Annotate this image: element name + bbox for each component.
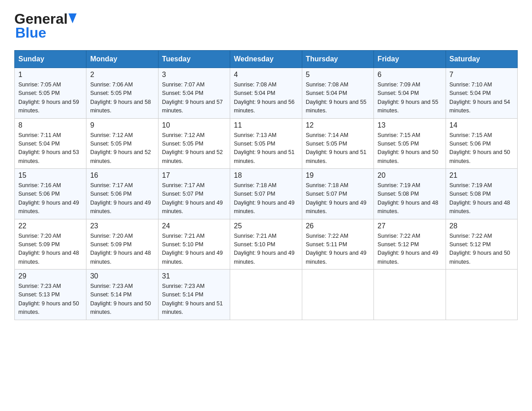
logo-blue: Blue [15, 25, 46, 41]
column-header-friday: Friday [374, 51, 446, 68]
day-info: Sunrise: 7:07 AMSunset: 5:04 PMDaylight:… [162, 81, 226, 116]
day-number: 4 [234, 71, 298, 79]
calendar-cell: 23Sunrise: 7:20 AMSunset: 5:09 PMDayligh… [86, 219, 158, 270]
day-info: Sunrise: 7:13 AMSunset: 5:05 PMDaylight:… [234, 131, 298, 166]
calendar-week-row: 29Sunrise: 7:23 AMSunset: 5:13 PMDayligh… [15, 270, 518, 320]
day-number: 25 [234, 222, 298, 230]
calendar-cell: 13Sunrise: 7:15 AMSunset: 5:05 PMDayligh… [374, 118, 446, 169]
day-number: 16 [90, 171, 154, 180]
day-info: Sunrise: 7:22 AMSunset: 5:12 PMDaylight:… [378, 232, 442, 267]
calendar-cell: 10Sunrise: 7:12 AMSunset: 5:05 PMDayligh… [158, 118, 230, 169]
day-number: 15 [18, 171, 82, 180]
day-number: 14 [450, 121, 514, 129]
calendar-cell: 11Sunrise: 7:13 AMSunset: 5:05 PMDayligh… [230, 118, 302, 169]
calendar-cell: 12Sunrise: 7:14 AMSunset: 5:05 PMDayligh… [302, 118, 373, 169]
calendar-cell: 5Sunrise: 7:08 AMSunset: 5:04 PMDaylight… [302, 68, 373, 119]
day-info: Sunrise: 7:23 AMSunset: 5:13 PMDaylight:… [18, 282, 82, 317]
column-header-monday: Monday [86, 51, 158, 68]
calendar-table: SundayMondayTuesdayWednesdayThursdayFrid… [14, 50, 518, 320]
calendar-cell: 28Sunrise: 7:22 AMSunset: 5:12 PMDayligh… [446, 219, 517, 270]
calendar-cell: 19Sunrise: 7:18 AMSunset: 5:07 PMDayligh… [302, 169, 373, 219]
day-info: Sunrise: 7:08 AMSunset: 5:04 PMDaylight:… [234, 81, 298, 116]
day-info: Sunrise: 7:17 AMSunset: 5:07 PMDaylight:… [162, 181, 226, 216]
day-number: 10 [162, 121, 226, 129]
day-number: 8 [18, 121, 82, 129]
column-header-thursday: Thursday [302, 51, 373, 68]
calendar-cell: 15Sunrise: 7:16 AMSunset: 5:06 PMDayligh… [15, 169, 86, 219]
column-header-tuesday: Tuesday [158, 51, 230, 68]
day-number: 19 [306, 171, 370, 180]
day-number: 3 [162, 71, 226, 79]
day-number: 13 [378, 121, 442, 129]
calendar-cell [374, 270, 446, 320]
day-info: Sunrise: 7:09 AMSunset: 5:04 PMDaylight:… [378, 81, 442, 116]
day-info: Sunrise: 7:18 AMSunset: 5:07 PMDaylight:… [234, 181, 298, 216]
column-header-wednesday: Wednesday [230, 51, 302, 68]
calendar-cell: 21Sunrise: 7:19 AMSunset: 5:08 PMDayligh… [446, 169, 517, 219]
day-number: 21 [450, 171, 514, 180]
day-info: Sunrise: 7:16 AMSunset: 5:06 PMDaylight:… [18, 181, 82, 216]
calendar-cell: 20Sunrise: 7:19 AMSunset: 5:08 PMDayligh… [374, 169, 446, 219]
day-info: Sunrise: 7:19 AMSunset: 5:08 PMDaylight:… [450, 181, 514, 216]
day-info: Sunrise: 7:23 AMSunset: 5:14 PMDaylight:… [162, 282, 226, 317]
day-info: Sunrise: 7:14 AMSunset: 5:05 PMDaylight:… [306, 131, 370, 166]
day-number: 28 [450, 222, 514, 230]
day-info: Sunrise: 7:22 AMSunset: 5:11 PMDaylight:… [306, 232, 370, 267]
day-info: Sunrise: 7:12 AMSunset: 5:05 PMDaylight:… [162, 131, 226, 166]
day-info: Sunrise: 7:23 AMSunset: 5:14 PMDaylight:… [90, 282, 154, 317]
calendar-cell: 18Sunrise: 7:18 AMSunset: 5:07 PMDayligh… [230, 169, 302, 219]
day-number: 23 [90, 222, 154, 230]
day-info: Sunrise: 7:21 AMSunset: 5:10 PMDaylight:… [234, 232, 298, 267]
day-info: Sunrise: 7:15 AMSunset: 5:05 PMDaylight:… [378, 131, 442, 166]
svg-marker-0 [69, 13, 77, 23]
calendar-cell [230, 270, 302, 320]
day-info: Sunrise: 7:20 AMSunset: 5:09 PMDaylight:… [90, 232, 154, 267]
day-info: Sunrise: 7:11 AMSunset: 5:04 PMDaylight:… [18, 131, 82, 166]
day-number: 17 [162, 171, 226, 180]
calendar-week-row: 1Sunrise: 7:05 AMSunset: 5:05 PMDaylight… [15, 68, 518, 119]
calendar-cell: 4Sunrise: 7:08 AMSunset: 5:04 PMDaylight… [230, 68, 302, 119]
page-header: General Blue [14, 11, 518, 41]
column-header-sunday: Sunday [15, 51, 86, 68]
calendar-cell: 3Sunrise: 7:07 AMSunset: 5:04 PMDaylight… [158, 68, 230, 119]
calendar-cell: 8Sunrise: 7:11 AMSunset: 5:04 PMDaylight… [15, 118, 86, 169]
day-number: 9 [90, 121, 154, 129]
day-info: Sunrise: 7:20 AMSunset: 5:09 PMDaylight:… [18, 232, 82, 267]
logo-triangle-icon [69, 13, 77, 23]
calendar-cell: 14Sunrise: 7:15 AMSunset: 5:06 PMDayligh… [446, 118, 517, 169]
day-info: Sunrise: 7:06 AMSunset: 5:05 PMDaylight:… [90, 81, 154, 116]
day-number: 1 [18, 71, 82, 79]
calendar-cell: 31Sunrise: 7:23 AMSunset: 5:14 PMDayligh… [158, 270, 230, 320]
calendar-cell: 7Sunrise: 7:10 AMSunset: 5:04 PMDaylight… [446, 68, 517, 119]
calendar-cell: 27Sunrise: 7:22 AMSunset: 5:12 PMDayligh… [374, 219, 446, 270]
calendar-cell: 1Sunrise: 7:05 AMSunset: 5:05 PMDaylight… [15, 68, 86, 119]
day-info: Sunrise: 7:12 AMSunset: 5:05 PMDaylight:… [90, 131, 154, 166]
calendar-cell: 26Sunrise: 7:22 AMSunset: 5:11 PMDayligh… [302, 219, 373, 270]
column-header-saturday: Saturday [446, 51, 517, 68]
calendar-cell: 16Sunrise: 7:17 AMSunset: 5:06 PMDayligh… [86, 169, 158, 219]
calendar-cell [302, 270, 373, 320]
calendar-cell: 29Sunrise: 7:23 AMSunset: 5:13 PMDayligh… [15, 270, 86, 320]
day-number: 20 [378, 171, 442, 180]
calendar-cell: 2Sunrise: 7:06 AMSunset: 5:05 PMDaylight… [86, 68, 158, 119]
day-number: 6 [378, 71, 442, 79]
day-number: 30 [90, 272, 154, 280]
day-info: Sunrise: 7:18 AMSunset: 5:07 PMDaylight:… [306, 181, 370, 216]
day-number: 12 [306, 121, 370, 129]
calendar-body: 1Sunrise: 7:05 AMSunset: 5:05 PMDaylight… [15, 68, 518, 320]
calendar-header-row: SundayMondayTuesdayWednesdayThursdayFrid… [15, 51, 518, 68]
calendar-cell: 25Sunrise: 7:21 AMSunset: 5:10 PMDayligh… [230, 219, 302, 270]
calendar-cell [446, 270, 517, 320]
calendar-cell: 6Sunrise: 7:09 AMSunset: 5:04 PMDaylight… [374, 68, 446, 119]
day-number: 2 [90, 71, 154, 79]
calendar-cell: 22Sunrise: 7:20 AMSunset: 5:09 PMDayligh… [15, 219, 86, 270]
day-number: 22 [18, 222, 82, 230]
logo: General Blue [14, 11, 77, 41]
calendar-week-row: 8Sunrise: 7:11 AMSunset: 5:04 PMDaylight… [15, 118, 518, 169]
calendar-week-row: 15Sunrise: 7:16 AMSunset: 5:06 PMDayligh… [15, 169, 518, 219]
day-number: 24 [162, 222, 226, 230]
calendar-cell: 9Sunrise: 7:12 AMSunset: 5:05 PMDaylight… [86, 118, 158, 169]
day-info: Sunrise: 7:10 AMSunset: 5:04 PMDaylight:… [450, 81, 514, 116]
day-info: Sunrise: 7:19 AMSunset: 5:08 PMDaylight:… [378, 181, 442, 216]
day-info: Sunrise: 7:08 AMSunset: 5:04 PMDaylight:… [306, 81, 370, 116]
